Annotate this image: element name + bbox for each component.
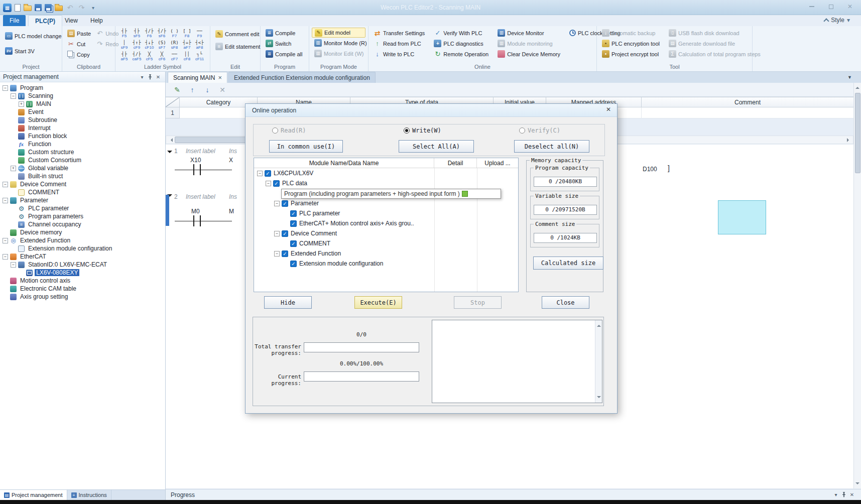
expander-icon[interactable] — [3, 254, 8, 260]
listbox-scrollbar[interactable] — [595, 320, 602, 403]
collapse-ribbon-icon[interactable] — [824, 18, 829, 24]
tree-item[interactable]: Device Comment — [0, 180, 165, 188]
in-common-use-button[interactable]: In common use(I) — [269, 140, 343, 153]
expander-icon[interactable] — [3, 182, 8, 187]
automatic-backup-button[interactable]: Automatic backup — [599, 28, 662, 38]
tree-item[interactable]: Program parameters — [0, 212, 165, 220]
insert-label-text[interactable]: Insert label — [186, 148, 215, 155]
expander-icon[interactable] — [19, 101, 24, 107]
module-monitoring-button[interactable]: Module monitoring — [495, 38, 563, 49]
ladder-symbol-button[interactable]: ┐└ cF11 — [193, 51, 206, 62]
ladder-cursor-cell[interactable] — [718, 200, 766, 234]
expander-icon[interactable] — [11, 262, 16, 268]
expander-icon[interactable] — [274, 231, 280, 236]
ladder-symbol-button[interactable]: ┤↑├ cF9 — [131, 39, 143, 51]
ladder-symbol-button[interactable]: ┤/├ F6 — [143, 28, 156, 39]
compile-all-button[interactable]: Compile all — [263, 49, 306, 59]
copy-button[interactable]: Copy — [65, 49, 93, 60]
tree-item[interactable]: Motion control axis — [0, 277, 165, 285]
row-down-icon[interactable] — [203, 85, 212, 94]
tree-item[interactable]: StationID:0 LX6V-EMC-ECAT — [0, 261, 165, 269]
module-tree-row[interactable]: Parameter — [254, 198, 518, 208]
tab-close-icon[interactable] — [218, 74, 222, 81]
scroll-up-icon[interactable] — [597, 323, 601, 327]
apply-edit-icon[interactable] — [173, 85, 182, 94]
scroll-down-icon[interactable] — [854, 480, 861, 488]
tree-item[interactable]: Parameter — [0, 196, 165, 204]
panel-menu-icon[interactable] — [138, 73, 146, 81]
tree-item[interactable]: Event — [0, 108, 165, 116]
table-corner-cell[interactable] — [166, 97, 180, 107]
checkbox[interactable] — [282, 200, 288, 207]
tree-item[interactable]: Interrupt — [0, 124, 165, 132]
tree-item[interactable]: PLC parameter — [0, 204, 165, 212]
tree-item[interactable]: Built-in struct — [0, 172, 165, 180]
ladder-symbol-button[interactable]: ╳ cF5 — [143, 51, 156, 62]
radio-write[interactable]: Write(W) — [404, 127, 441, 134]
clear-device-memory-button[interactable]: Clear Device Memory — [495, 49, 563, 59]
module-tree-row[interactable]: EtherCAT+ Motion control axis+ Axis grou… — [254, 218, 518, 228]
module-tree-row[interactable]: PLC parameter — [254, 208, 518, 218]
tab-list-dropdown-icon[interactable] — [847, 75, 852, 80]
checkbox[interactable] — [273, 180, 280, 187]
tree-item[interactable]: Device memory — [0, 228, 165, 236]
checkbox[interactable] — [282, 230, 288, 237]
tree-item[interactable]: Function block — [0, 132, 165, 140]
ladder-symbol-button[interactable]: ( ) F7 — [168, 28, 181, 39]
insert-label-text[interactable]: Insert label — [186, 193, 215, 200]
ladder-symbol-button[interactable]: ┤├ F5 — [118, 28, 131, 39]
expander-icon[interactable] — [11, 166, 16, 171]
cut-button[interactable]: Cut — [65, 39, 93, 49]
monitor-edit-button[interactable]: Monitor Edit (W) — [312, 48, 365, 59]
tree-item[interactable]: Subroutine — [0, 116, 165, 124]
device-monitor-button[interactable]: Device Monitor — [495, 28, 563, 38]
module-tree-row[interactable]: COMMENT — [254, 238, 518, 248]
plc-diagnostics-button[interactable]: PLC diagnostics — [431, 38, 491, 49]
select-all-button[interactable]: Select All(A) — [399, 140, 474, 153]
tab-plc[interactable]: PLC(P) — [28, 15, 62, 26]
scroll-down-icon[interactable] — [597, 396, 601, 400]
comment-edit-button[interactable]: Comment edit — [213, 29, 258, 39]
row-number-cell[interactable]: 1 — [166, 107, 180, 118]
calculation-of-total-program-steps-button[interactable]: Calculation of total program steps — [666, 49, 763, 59]
panel-close-icon[interactable] — [848, 491, 856, 499]
ladder-symbol-button[interactable]: │ sF9 — [118, 39, 131, 51]
tree-item[interactable]: Channel occupancy — [0, 220, 165, 228]
ladder-symbol-button[interactable]: ┤<├ aF8 — [193, 39, 206, 51]
tab-scanning-main[interactable]: Scanning MAIN — [168, 72, 227, 83]
table-cell[interactable] — [642, 107, 853, 118]
dialog-titlebar[interactable]: Online operation — [245, 104, 617, 117]
stop-button[interactable]: Stop — [454, 296, 502, 309]
execute-button[interactable]: Execute(E) — [354, 296, 402, 309]
expander-icon[interactable] — [274, 251, 280, 257]
pin-icon[interactable] — [840, 491, 848, 499]
edit-statement-button[interactable]: Edit statement — [213, 41, 258, 52]
ladder-symbol-button[interactable]: ││ cF8 — [181, 51, 193, 62]
pin-icon[interactable] — [146, 73, 154, 81]
checkbox[interactable] — [290, 220, 297, 227]
tree-item[interactable]: Function — [0, 140, 165, 148]
close-button[interactable] — [842, 1, 858, 12]
tab-extension-module-configuration[interactable]: Extended Function Extension module confi… — [228, 72, 376, 83]
read-from-plc-button[interactable]: Read from PLC — [371, 38, 427, 49]
style-control[interactable]: Style — [824, 17, 850, 24]
project-encrypt-tool-button[interactable]: Project encrypt tool — [599, 49, 662, 59]
expander-icon[interactable] — [3, 85, 8, 91]
scrollbar-thumb[interactable] — [855, 93, 860, 173]
transfer-log-listbox[interactable] — [432, 320, 602, 403]
ladder-symbol-button[interactable]: ┤/├ caF5 — [131, 51, 143, 62]
tab-help[interactable]: Help — [84, 15, 109, 26]
hide-button[interactable]: Hide — [264, 296, 312, 309]
tree-item[interactable]: Extension module configuration — [0, 244, 165, 253]
edit-model-button[interactable]: Edit model — [312, 28, 365, 38]
checkbox[interactable] — [290, 210, 297, 217]
close-dialog-button[interactable]: Close — [542, 296, 589, 309]
expander-icon[interactable] — [3, 238, 8, 243]
plc-model-change-button[interactable]: PLC model change — [3, 31, 59, 41]
tree-item[interactable]: Extended Function — [0, 236, 165, 244]
ladder-symbol-button[interactable]: (S) sF7 — [156, 39, 168, 51]
rung-collapse-icon[interactable] — [167, 151, 172, 156]
plc-encryption-tool-button[interactable]: PLC encryption tool — [599, 38, 662, 49]
module-tree-row[interactable]: PLC data — [254, 178, 518, 188]
tree-item[interactable]: Custom Consortium — [0, 156, 165, 164]
